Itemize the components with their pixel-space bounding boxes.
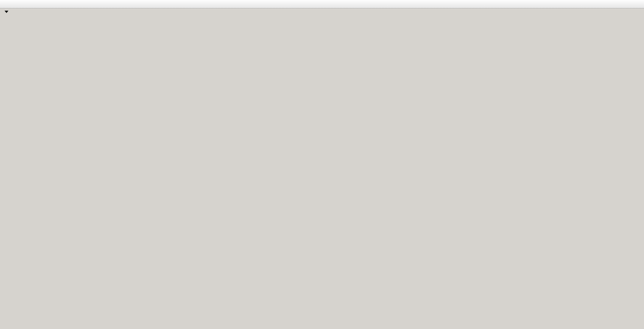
mt4-window: { "toolbar": { "new_order_label": "新订单",…	[0, 0, 644, 329]
chart-title[interactable]	[5, 11, 11, 13]
chart-area	[0, 0, 644, 329]
toolbar	[0, 0, 644, 8]
chevron-down-icon	[5, 11, 8, 13]
